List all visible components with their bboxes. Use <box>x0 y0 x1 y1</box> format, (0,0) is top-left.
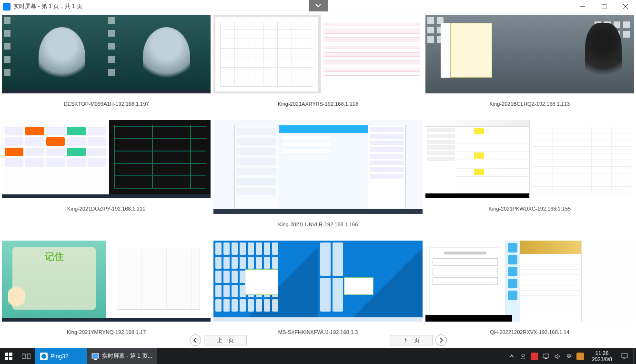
tray-hidden-icons-button[interactable] <box>508 353 515 360</box>
maximize-icon <box>602 4 606 9</box>
screen-thumbnail[interactable] <box>213 120 422 214</box>
close-button[interactable] <box>615 0 636 13</box>
svg-rect-5 <box>22 354 25 359</box>
tray-meet-icon[interactable] <box>519 353 527 360</box>
prev-page-button[interactable]: 上一页 <box>204 335 247 345</box>
system-tray: 英 <box>504 348 588 364</box>
tray-sogou-icon[interactable] <box>576 353 584 360</box>
next-arrow-button[interactable] <box>435 334 447 346</box>
tray-ime-lang[interactable]: 英 <box>565 353 573 360</box>
speaker-icon <box>554 353 561 360</box>
start-button[interactable] <box>0 348 17 364</box>
tray-security-icon[interactable] <box>531 353 538 360</box>
taskbar-app-realtime-screen[interactable]: 实时屏幕 - 第 1 页... <box>87 348 157 364</box>
pager: 上一页 下一页 <box>0 333 636 347</box>
screen-thumbnail[interactable] <box>213 241 422 322</box>
screen-cell: King-2021PKWDXC-192.168.1.155 <box>425 120 634 241</box>
arrow-left-icon <box>192 337 198 343</box>
windows-icon <box>5 353 12 360</box>
screens-grid: DESKTOP-M099A1H-192.168.1.197 King-2021A… <box>0 13 636 348</box>
prev-arrow-button[interactable] <box>190 334 201 346</box>
svg-rect-3 <box>5 357 8 360</box>
screen-thumbnail[interactable] <box>213 15 422 93</box>
screen-cell: King-2021AXRYRS-192.168.1.118 <box>213 15 422 120</box>
computer-icon <box>543 353 549 360</box>
svg-rect-1 <box>5 353 8 356</box>
title-bar: 实时屏幕 - 第 1 页，共 1 页 <box>0 0 636 13</box>
minimize-button[interactable] <box>572 0 593 13</box>
screen-cell: King-2021BCLHQZ-192.168.1.113 <box>425 15 634 120</box>
task-view-icon <box>22 353 30 360</box>
taskbar-app-label: 实时屏幕 - 第 1 页... <box>102 352 152 360</box>
screen-label: King-2021LUNVLR-192.168.1.166 <box>213 214 422 235</box>
screen-thumbnail[interactable] <box>2 15 211 93</box>
windows-taskbar: Ping32 实时屏幕 - 第 1 页... 英 11:26 2023/8/8 <box>0 348 636 364</box>
screen-thumbnail[interactable] <box>425 241 634 322</box>
screen-thumbnail[interactable] <box>2 120 211 198</box>
cartoon-title: 记住 <box>2 250 106 263</box>
screen-cell: MS-SXFHKINKFWUJ-192.168.1.3 <box>213 241 422 348</box>
action-center-button[interactable] <box>616 348 633 364</box>
taskbar-spacer <box>157 348 504 364</box>
screen-cell: King-2021LUNVLR-192.168.1.166 <box>213 120 422 241</box>
svg-rect-4 <box>9 357 12 360</box>
minimize-icon <box>580 4 585 9</box>
maximize-button[interactable] <box>593 0 615 13</box>
clock-time: 11:26 <box>596 350 609 356</box>
screen-cell: 记住 King-2021YMRYNQ-192.168.1.17 <box>2 241 211 348</box>
window-controls <box>572 0 636 13</box>
screen-label: DESKTOP-M099A1H-192.168.1.197 <box>2 93 211 114</box>
tray-volume-icon[interactable] <box>554 353 561 360</box>
svg-rect-0 <box>602 4 606 9</box>
task-view-button[interactable] <box>17 348 35 364</box>
screen-cell: King-2021DOZIPY-192.168.1.211 <box>2 120 211 241</box>
svg-rect-7 <box>92 354 99 358</box>
chevron-up-icon <box>509 354 514 359</box>
people-icon <box>519 353 527 360</box>
clock-date: 2023/8/8 <box>592 356 612 363</box>
screen-label: King-2021DOZIPY-192.168.1.211 <box>2 198 211 219</box>
ping32-icon <box>40 353 48 360</box>
taskbar-clock[interactable]: 11:26 2023/8/8 <box>588 348 616 364</box>
next-page-button[interactable]: 下一页 <box>390 335 433 345</box>
svg-rect-11 <box>545 358 547 359</box>
svg-point-9 <box>522 354 525 357</box>
svg-rect-8 <box>94 359 97 360</box>
svg-rect-12 <box>622 354 627 358</box>
screen-label: King-2021AXRYRS-192.168.1.118 <box>213 93 422 114</box>
arrow-right-icon <box>438 337 444 343</box>
svg-rect-10 <box>543 354 549 358</box>
screen-label: King-2021BCLHQZ-192.168.1.113 <box>425 93 634 114</box>
collapse-button[interactable] <box>309 0 328 11</box>
screen-thumbnail[interactable] <box>425 120 634 198</box>
app-icon <box>3 3 10 10</box>
svg-rect-6 <box>27 354 30 359</box>
screen-thumbnail[interactable]: 记住 <box>2 241 211 322</box>
tray-network-icon[interactable] <box>542 353 550 360</box>
screen-thumbnail[interactable] <box>425 15 634 93</box>
taskbar-app-label: Ping32 <box>50 353 68 360</box>
notification-icon <box>621 353 628 360</box>
taskbar-app-ping32[interactable]: Ping32 <box>35 348 87 364</box>
screen-cell: DESKTOP-M099A1H-192.168.1.197 <box>2 15 211 120</box>
close-icon <box>623 4 628 9</box>
screen-cell: QH-20221202RXVX-192.168.1.14 <box>425 241 634 348</box>
show-desktop-button[interactable] <box>633 348 636 364</box>
window-title: 实时屏幕 - 第 1 页，共 1 页 <box>13 2 82 10</box>
chevron-down-icon <box>315 2 322 9</box>
svg-rect-2 <box>9 353 12 356</box>
screen-label: King-2021PKWDXC-192.168.1.155 <box>425 198 634 219</box>
monitor-icon <box>91 353 99 360</box>
